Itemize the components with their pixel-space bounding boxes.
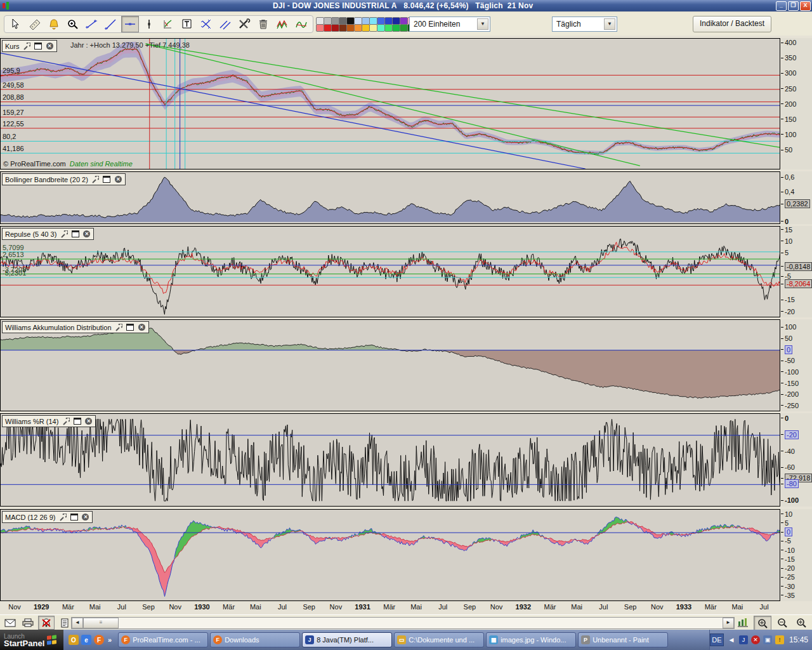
text-tool[interactable] [178,16,196,32]
macd-axis[interactable]: 1050-5-10-15-20-25-30-35 [781,509,812,601]
williams-r-axis[interactable]: 0-20-40-60-72,918-80-100 [781,413,812,507]
back-arrow-icon[interactable]: ◀ [727,635,736,644]
move-tool[interactable] [197,16,215,32]
alarm-tool[interactable] [45,16,63,32]
period-dropdown[interactable]: Täglich▼ [552,17,617,32]
window-icon[interactable] [73,418,81,425]
x-axis-label: 1933 [670,603,698,611]
level-label: 80,2 [3,133,16,140]
security-red-icon[interactable]: ✕ [751,635,760,644]
network-icon[interactable]: ▣ [763,635,772,644]
wrench-icon[interactable] [115,324,123,331]
window-icon[interactable] [34,43,43,50]
panel-header-bollinger: Bollinger Bandbreite (20 2) ✕ [2,173,126,185]
williams-ad-panel[interactable]: Williams Akkumulation Distribution ✕ [0,319,780,411]
taskbar-task-images-jpg-windo[interactable]: ▦images.jpg - Windo... [486,632,576,647]
close-icon[interactable]: ✕ [138,324,146,331]
x-axis-label: Jul [750,603,778,611]
chart-region: Kurs ✕ Jahr : +Hoch 13.279,50 +Tief 7.44… [0,36,812,614]
window-icon[interactable] [71,230,79,237]
panel-title: Kurs [5,43,20,50]
alarm-off-icon[interactable] [38,616,55,630]
notes-icon[interactable] [57,616,72,629]
outlook-quicklaunch-icon[interactable]: O [69,635,79,645]
print-icon[interactable] [20,616,36,629]
axis-tick: 10 [781,237,792,245]
cursor-tool[interactable] [7,16,25,32]
horizontal-line-tool[interactable] [121,16,139,32]
scroll-left-arrow[interactable]: ◄ [72,618,83,628]
pattern-tool[interactable] [292,16,310,32]
firefox-quicklaunch-icon[interactable]: F [94,635,104,645]
price-panel[interactable]: Kurs ✕ Jahr : +Hoch 13.279,50 +Tief 7.44… [0,38,780,169]
repulse-panel[interactable]: Repulse (5 40 3) ✕ 5,70992,6513-3,7208-5… [0,226,780,317]
scroll-thumb[interactable]: ≡ [83,618,119,628]
windows-logo-icon [47,635,57,645]
x-axis-label: Mär [376,603,403,611]
delete-tool[interactable] [254,16,272,32]
minimize-button[interactable]: _ [776,1,787,11]
axis-tick: 15 [781,226,792,234]
parallel-lines-tool[interactable] [216,16,234,32]
macd-panel[interactable]: MACD (12 26 9) ✕ [0,509,780,601]
window-icon[interactable] [103,176,111,183]
horizontal-scrollbar[interactable]: ◄ ≡ ► [71,617,735,629]
internet-explorer-quicklaunch-icon[interactable]: e [81,635,91,645]
taskbar-task-unbenannt-paint[interactable]: PUnbenannt - Paint [578,632,668,647]
bollinger-axis[interactable]: 0,60,40,23820 [781,171,812,224]
taskbar-task-8-java-tm-platf[interactable]: J8 Java(TM) Platf... [302,632,392,647]
x-axis-label: Nov [643,603,671,611]
williams-r-panel[interactable]: Williams %R (14) ✕ [0,413,780,507]
restore-button[interactable]: ❐ [788,1,799,11]
close-icon[interactable]: ✕ [46,43,54,50]
price-axis[interactable]: 40035030025020015010050 [781,38,812,169]
scroll-right-arrow[interactable]: ► [723,618,734,628]
segment-tool[interactable] [83,16,101,32]
security-yellow-icon[interactable]: ! [775,635,784,644]
image-icon: ▦ [489,635,498,644]
units-dropdown[interactable]: 200 Einheiten▼ [409,17,490,32]
wrench-icon[interactable] [62,418,70,425]
close-button[interactable]: X [800,1,811,11]
year-high-low-info: Jahr : +Hoch 13.279,50 +Tief 7.449,38 [70,41,190,49]
trendline-tool[interactable] [102,16,120,32]
williams-ad-axis[interactable]: 100500-50-100-150-200-250 [781,319,812,411]
language-indicator[interactable]: DE [710,633,724,646]
zoom-in-icon[interactable] [793,616,809,629]
taskbar-task-prorealtime-com[interactable]: FProRealTime.com - ... [118,632,208,647]
zigzag-tool[interactable] [273,16,291,32]
mail-icon[interactable] [3,616,18,629]
wrench-icon[interactable] [58,514,67,521]
vertical-line-tool[interactable] [140,16,158,32]
start-button[interactable]: Launch StartPanel [0,630,63,650]
repulse-axis[interactable]: 15105-0,8148-5-8,2064-15-20 [781,226,812,317]
x-axis-label: 1929 [27,603,55,611]
forecast-tool[interactable] [159,16,177,32]
wrench-icon[interactable] [23,43,31,50]
close-icon[interactable]: ✕ [82,230,91,237]
wrench-icon[interactable] [91,176,100,183]
java-tray-icon[interactable]: J [739,635,748,644]
ruler-tool[interactable] [26,16,44,32]
zoom-tool[interactable] [64,16,82,32]
x-axis-label: Mai [81,603,109,611]
color-palette [316,17,414,30]
zoom-fit-icon[interactable] [754,616,771,630]
settings-tool[interactable] [235,16,253,32]
wrench-icon[interactable] [60,230,68,237]
quicklaunch-overflow-chevron[interactable]: » [108,636,112,644]
close-icon[interactable]: ✕ [84,418,93,425]
close-icon[interactable]: ✕ [114,176,122,183]
close-icon[interactable]: ✕ [81,514,89,521]
x-axis-label: Mai [563,603,591,611]
window-icon[interactable] [70,514,78,521]
window-icon[interactable] [126,324,134,331]
bollinger-panel[interactable]: Bollinger Bandbreite (20 2) ✕ [0,171,780,224]
chart-style-icon[interactable] [735,616,751,629]
zoom-out-icon[interactable] [774,616,790,629]
task-label: ProRealTime.com - ... [133,636,200,644]
axis-tick: 0 [781,528,792,536]
taskbar-task-c-dokumente-und[interactable]: ▭C:\Dokumente und ... [394,632,484,647]
taskbar-task-downloads[interactable]: FDownloads [210,632,300,647]
indicator-backtest-button[interactable]: Indikator / Backtest [693,16,771,32]
